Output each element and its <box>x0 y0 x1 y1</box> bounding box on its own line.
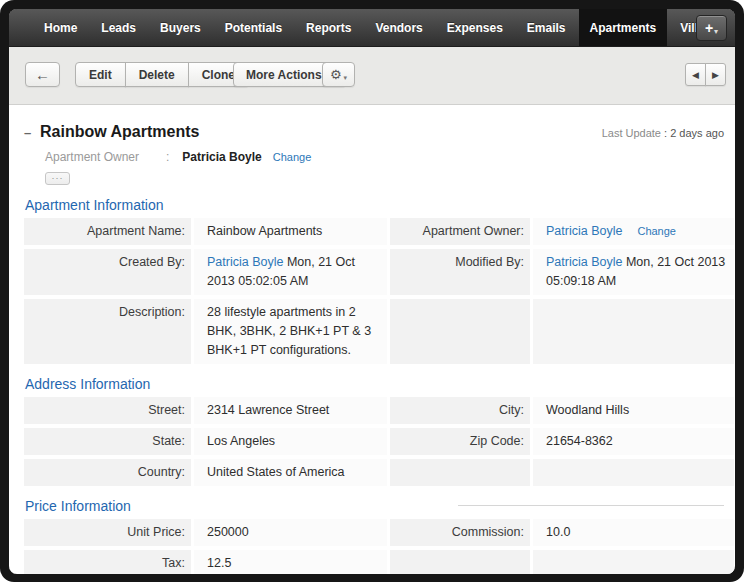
ellipsis-button[interactable]: ··· <box>45 172 70 185</box>
section-heading-address-information: Address Information <box>25 376 726 392</box>
field-value-street: 2314 Lawrence Street <box>194 397 387 424</box>
field-text: Los Angeles <box>207 434 275 448</box>
collapse-icon[interactable]: – <box>24 125 40 140</box>
field-text: 250000 <box>207 525 249 539</box>
window-frame: Home Leads Buyers Potentials Reports Ven… <box>0 0 744 582</box>
page-title: Rainbow Apartments <box>40 123 199 141</box>
previous-record-button[interactable]: ◀ <box>685 63 706 86</box>
field-text: 21654-8362 <box>546 434 613 448</box>
owner-name: Patricia Boyle <box>182 150 261 164</box>
back-arrow-icon: ← <box>35 66 50 83</box>
field-value-apartment-name: Rainbow Apartments <box>194 218 387 245</box>
prev-arrow-icon: ◀ <box>692 70 699 80</box>
field-value-zip-code: 21654-8362 <box>533 428 734 455</box>
field-text: Rainbow Apartments <box>207 224 322 238</box>
more-actions-label: More Actions <box>246 68 322 82</box>
field-value-empty <box>533 299 734 364</box>
nav-tab-potentials[interactable]: Potentials <box>214 9 293 46</box>
field-label-apartment-owner: Apartment Owner: <box>390 218 530 245</box>
address-information-table: Street: 2314 Lawrence Street City: Woodl… <box>24 397 726 486</box>
modified-by-link[interactable]: Patricia Boyle <box>546 255 622 269</box>
field-text: 12.5 <box>207 556 231 570</box>
field-value-created-by: Patricia Boyle Mon, 21 Oct 2013 05:02:05… <box>194 249 387 295</box>
last-update-label: Last Update <box>602 127 661 139</box>
owner-link[interactable]: Patricia Boyle <box>546 224 622 238</box>
field-value-empty <box>533 459 734 486</box>
apartment-information-table: Apartment Name: Rainbow Apartments Apart… <box>24 218 726 364</box>
field-value-modified-by: Patricia Boyle Mon, 21 Oct 2013 05:09:18… <box>533 249 734 295</box>
field-label-country: Country: <box>24 459 191 486</box>
change-owner-link[interactable]: Change <box>637 225 676 237</box>
price-information-table: Unit Price: 250000 Commission: 10.0 Tax:… <box>24 519 726 574</box>
field-value-description: 28 lifestyle apartments in 2 BHK, 3BHK, … <box>194 299 387 364</box>
field-text: 10.0 <box>546 525 570 539</box>
field-text: United States of America <box>207 465 345 479</box>
field-value-apartment-owner: Patricia BoyleChange <box>533 218 734 245</box>
last-update: Last Update : 2 days ago <box>602 127 726 139</box>
field-label-empty <box>390 550 530 574</box>
field-text: 2314 Lawrence Street <box>207 403 329 417</box>
field-value-empty <box>533 550 734 574</box>
edit-button[interactable]: Edit <box>75 62 126 87</box>
field-label-modified-by: Modified By: <box>390 249 530 295</box>
created-by-link[interactable]: Patricia Boyle <box>207 255 283 269</box>
nav-tab-vendors[interactable]: Vendors <box>364 9 433 46</box>
chevron-down-icon: ▾ <box>714 27 718 36</box>
section-heading-price-information: Price Information <box>25 498 726 514</box>
description-text: 28 lifestyle apartments in 2 BHK, 3BHK, … <box>207 305 371 357</box>
field-label-state: State: <box>24 428 191 455</box>
record-header: – Rainbow Apartments Last Update : 2 day… <box>24 123 726 141</box>
record-detail: – Rainbow Apartments Last Update : 2 day… <box>9 105 735 574</box>
back-button[interactable]: ← <box>25 62 60 87</box>
field-label-commission: Commission: <box>390 519 530 546</box>
nav-tab-leads[interactable]: Leads <box>90 9 147 46</box>
field-label-empty <box>390 459 530 486</box>
nav-tab-apartments-active[interactable]: Apartments <box>579 9 668 46</box>
field-value-unit-price: 250000 <box>194 519 387 546</box>
field-value-country: United States of America <box>194 459 387 486</box>
owner-label: Apartment Owner <box>45 150 166 164</box>
top-navigation: Home Leads Buyers Potentials Reports Ven… <box>9 9 735 47</box>
field-label-apartment-name: Apartment Name: <box>24 218 191 245</box>
nav-tab-expenses[interactable]: Expenses <box>436 9 514 46</box>
field-text: Woodland Hills <box>546 403 629 417</box>
chevron-down-icon: ▾ <box>344 74 348 82</box>
field-value-tax: 12.5 <box>194 550 387 574</box>
record-pager: ◀ ▶ <box>686 63 726 86</box>
nav-tab-reports[interactable]: Reports <box>295 9 362 46</box>
field-value-state: Los Angeles <box>194 428 387 455</box>
heading-divider-line <box>458 505 724 506</box>
field-label-city: City: <box>390 397 530 424</box>
field-label-created-by: Created By: <box>24 249 191 295</box>
field-label-street: Street: <box>24 397 191 424</box>
section-heading-apartment-information: Apartment Information <box>25 197 726 213</box>
field-value-city: Woodland Hills <box>533 397 734 424</box>
next-record-button[interactable]: ▶ <box>705 63 726 86</box>
field-label-description: Description: <box>24 299 191 364</box>
plus-icon: + <box>705 20 713 36</box>
app-window: Home Leads Buyers Potentials Reports Ven… <box>9 9 735 574</box>
field-label-empty <box>390 299 530 364</box>
change-owner-link[interactable]: Change <box>273 151 312 163</box>
field-label-unit-price: Unit Price: <box>24 519 191 546</box>
settings-button[interactable]: ⚙ ▾ <box>322 62 355 87</box>
field-label-zip-code: Zip Code: <box>390 428 530 455</box>
action-button-group: Edit Delete Clone <box>75 62 249 87</box>
nav-tab-home[interactable]: Home <box>33 9 88 46</box>
owner-row: Apartment Owner : Patricia Boyle Change <box>45 150 726 164</box>
last-update-value: : 2 days ago <box>664 127 724 139</box>
nav-tab-buyers[interactable]: Buyers <box>149 9 212 46</box>
price-heading-text: Price Information <box>25 498 131 514</box>
field-label-tax: Tax: <box>24 550 191 574</box>
field-value-commission: 10.0 <box>533 519 734 546</box>
record-toolbar: ← Edit Delete Clone More Actions ▾ ⚙ ▾ ◀ <box>9 47 735 105</box>
nav-tab-emails[interactable]: Emails <box>516 9 577 46</box>
add-tab-button[interactable]: + ▾ <box>696 15 727 41</box>
gear-icon: ⚙ <box>330 67 342 82</box>
owner-colon: : <box>166 150 169 164</box>
delete-button[interactable]: Delete <box>125 62 189 87</box>
next-arrow-icon: ▶ <box>712 70 719 80</box>
